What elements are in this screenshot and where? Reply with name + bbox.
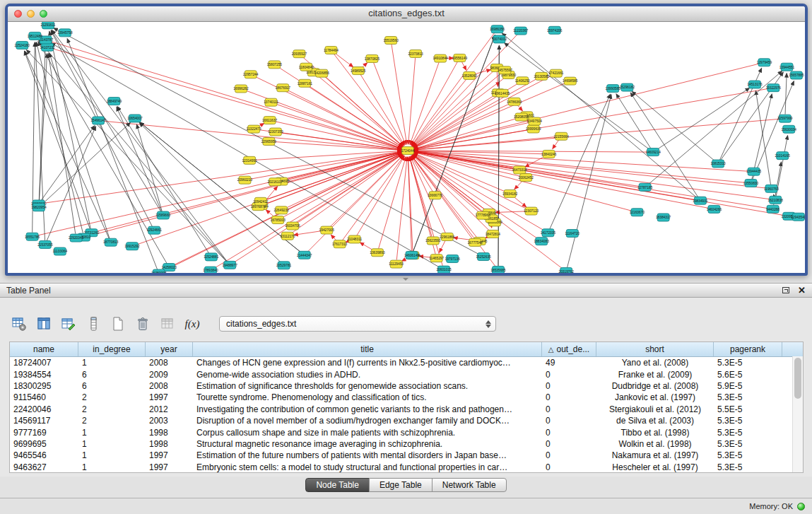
graph-node[interactable]: 19820954 <box>31 204 47 211</box>
graph-node[interactable]: 16551786 <box>25 233 40 240</box>
close-panel-icon[interactable]: ✕ <box>798 286 806 295</box>
column-icon[interactable] <box>84 315 102 333</box>
graph-node[interactable]: 15208059 <box>514 113 529 121</box>
graph-node[interactable]: 12943540 <box>791 213 805 221</box>
graph-node[interactable]: 18849749 <box>107 98 122 105</box>
graph-node[interactable]: 20529781 <box>276 262 292 269</box>
graph-node[interactable]: 19322976 <box>766 84 782 92</box>
graph-node[interactable]: 14206856 <box>314 69 330 77</box>
graph-node[interactable]: 17778963 <box>475 211 490 219</box>
graph-node[interactable]: 18472814 <box>486 230 501 238</box>
table-row[interactable]: 2242004622012Investigating the contribut… <box>10 404 803 415</box>
graph-node[interactable]: 20130585 <box>534 72 549 80</box>
graph-node[interactable]: 15296182 <box>620 83 635 91</box>
column-header-out_degree[interactable]: △out_de... <box>542 342 596 356</box>
graph-node[interactable]: 21444347 <box>297 251 312 259</box>
graph-node[interactable]: 13840246 <box>541 150 557 158</box>
table-row[interactable]: 969969511998Structural magnetic resonanc… <box>10 438 803 450</box>
graph-node[interactable]: 19556149 <box>452 54 468 62</box>
close-button[interactable] <box>14 10 22 18</box>
table-row[interactable]: 977716911998Corpus callosum shape and si… <box>10 426 803 438</box>
graph-node[interactable]: 11465297 <box>429 255 444 262</box>
graph-node[interactable]: 22957244 <box>243 71 259 78</box>
graph-node[interactable]: 20601015 <box>436 266 452 273</box>
graph-node[interactable]: 12163670 <box>630 209 645 216</box>
graph-node[interactable]: 14172335 <box>541 229 556 237</box>
tab-edge-table[interactable]: Edge Table <box>369 478 433 492</box>
graph-node[interactable]: 13740111 <box>264 98 278 106</box>
graph-node[interactable]: 15252635 <box>476 253 491 261</box>
graph-node[interactable]: 14604266 <box>707 205 722 213</box>
graph-node[interactable]: 12307123 <box>524 207 539 215</box>
graph-node[interactable]: 14107232 <box>40 43 55 51</box>
table-row[interactable]: 946362711997Embryonic stem cells: a mode… <box>10 462 803 473</box>
graph-node[interactable]: 21291611 <box>40 22 55 29</box>
graph-node[interactable]: 19915292 <box>124 243 140 250</box>
graph-node[interactable]: 16473318 <box>512 166 527 174</box>
graph-node[interactable]: 17617313 <box>332 240 348 248</box>
graph-node[interactable]: 12924661 <box>147 226 163 234</box>
graph-node[interactable]: 16785003 <box>271 216 286 224</box>
graph-node[interactable]: 16996262 <box>233 85 249 93</box>
function-builder-icon[interactable]: f(x) <box>183 315 201 333</box>
graph-node[interactable]: 18535685 <box>490 266 506 273</box>
splitter-handle[interactable] <box>401 277 410 281</box>
table-row[interactable]: 946554611997Estimation of the future num… <box>10 450 803 461</box>
column-header-year[interactable]: year <box>146 342 193 356</box>
graph-node[interactable]: 14989525 <box>351 67 366 75</box>
column-header-pagerank[interactable]: pagerank <box>714 342 782 356</box>
graph-node[interactable]: 19797136 <box>445 255 460 262</box>
graph-node[interactable]: 13870825 <box>365 54 380 62</box>
graph-node[interactable]: 19999639 <box>526 125 541 133</box>
graph-node[interactable]: 12887161 <box>298 79 313 87</box>
float-panel-icon[interactable] <box>782 287 789 293</box>
graph-node[interactable]: 18676917 <box>276 84 291 92</box>
graph-node[interactable]: 22965959 <box>261 137 277 145</box>
graph-node[interactable]: 20216107 <box>267 178 283 186</box>
graph-node[interactable]: 12979459 <box>757 59 772 66</box>
table-selector-dropdown[interactable]: citations_edges.txt <box>219 316 496 332</box>
graph-node[interactable]: 14609214 <box>645 148 661 156</box>
graph-node[interactable]: 20935927 <box>292 50 307 58</box>
graph-node[interactable]: 14575597 <box>498 66 513 74</box>
graph-node[interactable]: 22524180 <box>15 41 30 49</box>
graph-node[interactable]: 11804849 <box>299 63 314 71</box>
graph-node[interactable]: 19614435 <box>495 89 510 97</box>
graph-node[interactable]: 13666776 <box>428 192 443 199</box>
graph-node[interactable]: 22920345 <box>69 234 84 242</box>
zoom-button[interactable] <box>40 10 47 18</box>
graph-node[interactable]: 20062452 <box>519 174 534 182</box>
graph-node[interactable]: 15496147 <box>90 117 106 124</box>
graph-node[interactable]: 22373813 <box>408 49 423 57</box>
table-row[interactable]: 1830029562008Estimation of significance … <box>10 380 803 392</box>
graph-node[interactable]: 9440288 <box>766 205 779 213</box>
graph-node[interactable]: 16986356 <box>490 25 505 33</box>
graph-node[interactable]: 13639893 <box>370 249 385 257</box>
graph-node[interactable]: 21048311 <box>347 235 362 243</box>
table-row[interactable]: 1938455462009Genome-wide association stu… <box>10 368 803 380</box>
graph-node[interactable]: 11960763 <box>764 185 779 192</box>
graph-node[interactable]: 15657885 <box>789 71 804 79</box>
graph-node[interactable]: 20960210 <box>237 176 253 184</box>
graph-node[interactable]: 11220367 <box>513 27 528 35</box>
graph-node[interactable]: 10942412 <box>253 197 269 205</box>
table-row[interactable]: 1456911722003Disruption of a novel membe… <box>10 415 803 426</box>
graph-node[interactable]: 21014165 <box>775 152 790 160</box>
tab-node-table[interactable]: Node Table <box>305 478 370 492</box>
graph-node[interactable]: 15807255 <box>267 61 283 69</box>
graph-node[interactable]: 16777548 <box>467 238 483 246</box>
show-columns-icon[interactable] <box>35 315 53 333</box>
column-header-title[interactable]: title <box>193 342 542 356</box>
graph-node[interactable]: 16210838 <box>768 196 784 204</box>
graph-node[interactable]: 11129453 <box>389 260 404 268</box>
network-canvas[interactable]: 1132247316611637137401111867691712887161… <box>8 22 805 273</box>
graph-node[interactable]: 18834083 <box>534 238 550 245</box>
graph-node[interactable]: 10654007 <box>127 115 143 122</box>
graph-node[interactable]: 14698585 <box>563 77 578 85</box>
minimize-button[interactable] <box>27 10 35 18</box>
graph-node[interactable]: 16380008 <box>151 269 167 273</box>
graph-node[interactable]: 12787185 <box>637 183 653 191</box>
graph-node[interactable]: 12314991 <box>242 156 257 164</box>
graph-node[interactable]: 14786363 <box>507 98 522 105</box>
graph-node[interactable]: 21537055 <box>37 240 53 248</box>
